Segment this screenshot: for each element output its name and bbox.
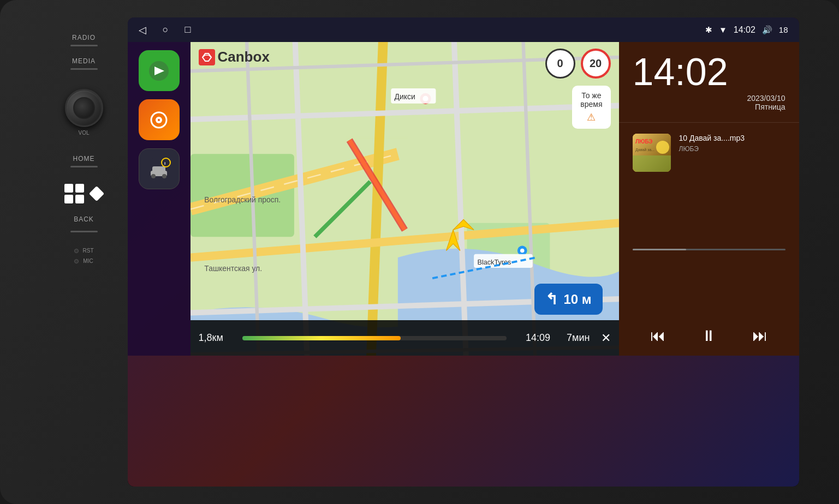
svg-point-54 <box>656 141 669 154</box>
music-app-icon[interactable] <box>139 99 180 140</box>
speed-limit: 20 <box>581 49 611 79</box>
media-divider <box>70 68 98 70</box>
svg-text:i: i <box>164 161 165 166</box>
recent-nav-icon[interactable]: □ <box>185 24 191 35</box>
home-nav-icon[interactable]: ○ <box>163 24 169 35</box>
volume-icon: 🔊 <box>762 25 772 35</box>
nav-turn-arrow: ↰ <box>545 290 558 308</box>
status-bar-right: ✱ ▼ 14:02 🔊 18 <box>705 25 788 35</box>
speed-indicators: 0 20 <box>545 49 611 79</box>
canbox-logo: Canbox <box>199 49 270 65</box>
back-label: BACK <box>74 215 94 223</box>
svg-text:Ташкентская ул.: Ташкентская ул. <box>204 264 262 273</box>
volume-level: 18 <box>779 25 788 34</box>
home-label: HOME <box>73 155 95 163</box>
svg-rect-0 <box>64 184 73 193</box>
power-volume-knob[interactable] <box>65 89 103 127</box>
device-shell: RADIO MEDIA VOL HOME BACK <box>0 0 839 504</box>
vol-label: VOL <box>78 130 89 136</box>
pause-button[interactable]: ⏸ <box>701 327 716 345</box>
music-title: 10 Давай за....mp3 <box>679 134 786 142</box>
bluetooth-status-icon: ✱ <box>705 25 712 35</box>
svg-text:Волгоградский просп.: Волгоградский просп. <box>204 195 281 204</box>
svg-text:ЛЮБЭ: ЛЮБЭ <box>635 139 652 145</box>
svg-rect-13 <box>152 166 165 173</box>
direction-sub: время <box>580 100 602 109</box>
status-bar: ◁ ○ □ ✱ ▼ 14:02 🔊 18 <box>128 17 799 42</box>
rst-row: RST <box>74 248 94 254</box>
nav-stat-duration: 7мин <box>567 332 590 344</box>
clock-date: 2023/03/10 <box>633 94 786 103</box>
diamond-icon <box>88 185 105 202</box>
next-button[interactable]: ⏭ <box>752 327 767 345</box>
direction-text: То же <box>580 91 602 100</box>
svg-point-15 <box>162 174 166 178</box>
nav-stat-distance: 1,8км <box>199 332 223 344</box>
svg-rect-1 <box>75 184 84 193</box>
car-app-icon[interactable]: i <box>139 148 180 189</box>
left-panel: RADIO MEDIA VOL HOME BACK <box>40 17 128 487</box>
nav-stat-arrival: 14:09 <box>526 332 550 344</box>
screen-area: ◁ ○ □ ✱ ▼ 14:02 🔊 18 <box>128 17 799 487</box>
music-artist: ЛЮБЭ <box>679 145 786 153</box>
nav-distance-text: 10 м <box>563 292 591 307</box>
nav-direction-box: То же время ⚠ <box>572 86 610 129</box>
svg-point-41 <box>520 249 524 253</box>
knob-inner <box>73 97 95 119</box>
clock-time: 14:02 <box>633 53 786 91</box>
side-buttons-bottom: BACK RST MIC <box>70 215 98 264</box>
music-section: ЛЮБЭ Давай за... 10 Давай за....mp3 ЛЮБЭ <box>619 123 799 356</box>
music-info: 10 Давай за....mp3 ЛЮБЭ <box>679 134 786 153</box>
radio-label: RADIO <box>72 34 96 41</box>
carplay-app-icon[interactable] <box>139 50 180 91</box>
nav-progress-bar <box>242 336 507 340</box>
svg-rect-2 <box>64 195 73 203</box>
svg-point-14 <box>151 174 156 178</box>
back-nav-icon[interactable]: ◁ <box>139 24 146 36</box>
svg-rect-53 <box>633 155 671 172</box>
status-time: 14:02 <box>734 25 755 35</box>
canbox-logo-icon <box>199 49 215 65</box>
direction-icon: ⚠ <box>580 111 602 123</box>
prev-button[interactable]: ⏮ <box>650 327 665 345</box>
canbox-text: Canbox <box>218 49 270 65</box>
music-controls: ⏮ ⏸ ⏭ <box>633 327 786 345</box>
music-progress-fill <box>633 249 686 250</box>
mic-dot <box>74 259 79 263</box>
nav-progress-fill <box>242 336 401 340</box>
rst-label: RST <box>83 248 94 254</box>
music-top: ЛЮБЭ Давай за... 10 Давай за....mp3 ЛЮБЭ <box>633 134 786 172</box>
nav-distance-box: ↰ 10 м <box>534 284 602 315</box>
radio-divider <box>70 45 98 46</box>
wifi-status-icon: ▼ <box>719 25 727 34</box>
grid-icon[interactable] <box>63 183 85 205</box>
app-sidebar: i <box>128 42 191 356</box>
current-speed: 0 <box>545 49 575 79</box>
media-label: MEDIA <box>72 57 96 65</box>
top-section: i <box>128 42 799 356</box>
home-divider <box>70 166 98 167</box>
clock-day: Пятница <box>633 103 786 111</box>
nav-bottom-bar: 1,8км 14:09 7мин ✕ <box>191 320 619 356</box>
status-bar-left: ◁ ○ □ <box>139 24 191 36</box>
back-divider <box>70 231 98 232</box>
mic-label: MIC <box>83 258 93 264</box>
rst-dot <box>74 249 79 253</box>
svg-rect-4 <box>88 186 104 201</box>
svg-text:Дикси: Дикси <box>394 92 415 101</box>
right-panel: 14:02 2023/03/10 Пятница <box>619 42 799 356</box>
clock-section: 14:02 2023/03/10 Пятница <box>619 42 799 123</box>
mic-row: MIC <box>74 258 93 264</box>
canbox-header: Canbox <box>199 49 270 65</box>
map-container[interactable]: Дикси BlackTyres Волгоградский просп. Та… <box>191 42 619 356</box>
album-art: ЛЮБЭ Давай за... <box>633 134 671 172</box>
music-progress-bar <box>633 249 786 250</box>
volume-knob-container: VOL <box>65 89 103 136</box>
svg-rect-3 <box>75 195 84 203</box>
svg-point-10 <box>158 119 160 121</box>
svg-text:Давай за...: Давай за... <box>635 148 654 152</box>
nav-close-btn[interactable]: ✕ <box>601 331 611 345</box>
